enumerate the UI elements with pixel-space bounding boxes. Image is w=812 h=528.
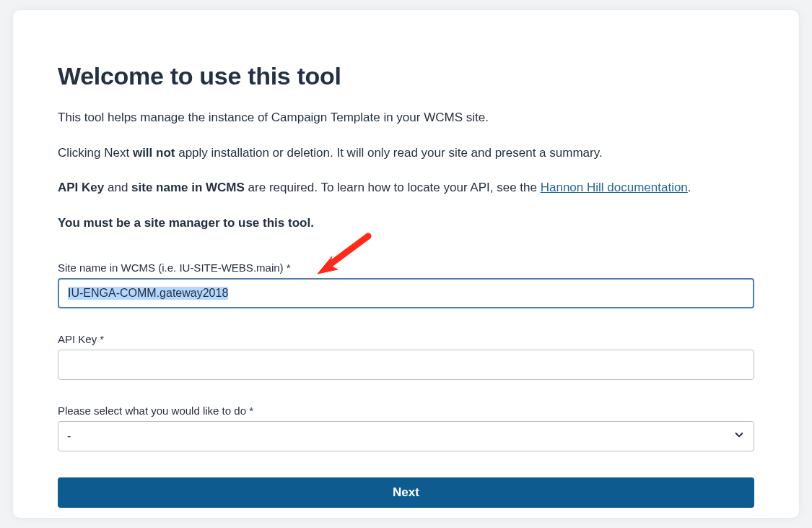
api-key-input[interactable] xyxy=(58,350,754,380)
intro-line-3-mid1: and xyxy=(104,181,131,194)
intro-line-2-pre: Clicking Next xyxy=(58,146,133,160)
next-button[interactable]: Next xyxy=(58,477,754,508)
site-name-value: IU-ENGA-COMM.gateway2018 xyxy=(68,287,228,300)
intro-line-3-api: API Key xyxy=(58,181,104,194)
tool-card: Welcome to use this tool This tool helps… xyxy=(13,10,799,518)
action-field: Please select what you would like to do … xyxy=(58,404,754,451)
intro-line-2: Clicking Next will not apply installatio… xyxy=(58,144,754,163)
intro-line-3-post: . xyxy=(688,181,691,194)
intro-line-3: API Key and site name in WCMS are requir… xyxy=(58,179,754,197)
intro-line-3-mid2: are required. To learn how to locate you… xyxy=(245,181,541,194)
page-title: Welcome to use this tool xyxy=(58,62,754,90)
site-name-input[interactable]: IU-ENGA-COMM.gateway2018 xyxy=(58,278,754,308)
intro-line-4-strong: You must be a site manager to use this t… xyxy=(58,216,314,230)
intro-line-2-post: apply installation or deletion. It will … xyxy=(175,146,602,160)
intro-line-3-site: site name in WCMS xyxy=(131,181,245,194)
site-name-field: Site name in WCMS (i.e. IU-SITE-WEBS.mai… xyxy=(58,261,754,308)
api-key-field: API Key * xyxy=(58,333,754,380)
action-label: Please select what you would like to do … xyxy=(58,404,754,417)
api-key-label: API Key * xyxy=(58,333,754,345)
action-select[interactable]: - xyxy=(58,421,754,451)
intro-line-1: This tool helps manage the instance of C… xyxy=(58,109,754,127)
intro-line-2-strong: will not xyxy=(133,146,175,160)
site-name-label: Site name in WCMS (i.e. IU-SITE-WEBS.mai… xyxy=(58,261,754,274)
hannon-hill-link[interactable]: Hannon Hill documentation xyxy=(541,181,688,194)
intro-line-4: You must be a site manager to use this t… xyxy=(58,215,754,233)
